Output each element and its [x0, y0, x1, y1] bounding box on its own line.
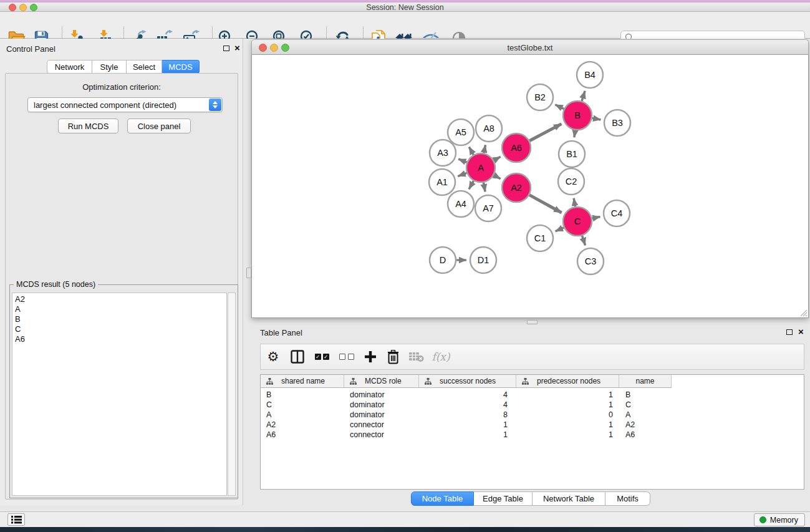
task-history-button[interactable] [7, 513, 25, 526]
show-columns-button[interactable] [286, 346, 309, 368]
float-table-panel-icon[interactable] [786, 329, 793, 335]
network-canvas[interactable]: AA1A3A4A5A7A8A6A2BB1B2B3B4CC1C2C3C4DD1 [251, 55, 809, 318]
tab-edge-table[interactable]: Edge Table [474, 491, 533, 506]
run-mcds-button[interactable]: Run MCDS [58, 118, 118, 133]
table-cell[interactable]: A6 [261, 430, 344, 439]
table-cell[interactable]: A2 [619, 420, 672, 429]
create-column-button[interactable] [359, 346, 382, 368]
table-cell[interactable]: 1 [516, 420, 619, 429]
fx-icon: f(x) [432, 351, 450, 363]
table-cell[interactable]: B [619, 390, 672, 399]
tab-network[interactable]: Network [47, 60, 92, 74]
unchecked-box-icon [348, 354, 354, 360]
result-item[interactable]: C [15, 324, 224, 334]
edge-B-B4[interactable] [582, 91, 585, 101]
table-row[interactable]: Cdominator41C [261, 400, 804, 410]
edge-A-A1[interactable] [458, 173, 466, 176]
edge-A2-C[interactable] [529, 195, 562, 213]
table-cell[interactable]: connector [344, 420, 419, 429]
deselect-all-button[interactable] [334, 346, 359, 368]
edge-A-A5[interactable] [469, 147, 473, 155]
table-row[interactable]: A6connector11A6 [261, 430, 804, 440]
gear-icon: ⚙ [268, 351, 279, 363]
table-cell[interactable]: 4 [419, 390, 516, 399]
column-header-shared-name[interactable]: shared name [261, 375, 344, 388]
header-filler [672, 375, 804, 388]
control-panel-title: Control Panel [6, 44, 55, 54]
resize-grip[interactable] [798, 307, 808, 317]
result-item[interactable]: A [15, 304, 224, 314]
table-row[interactable]: A2connector11A2 [261, 420, 804, 430]
table-cell[interactable]: A6 [619, 430, 672, 439]
edge-C-C2[interactable] [574, 198, 575, 207]
edge-A-A6[interactable] [494, 157, 501, 160]
edge-B-B3[interactable] [592, 118, 601, 120]
close-panel-icon[interactable]: × [234, 45, 240, 51]
result-item[interactable]: A2 [15, 294, 224, 304]
delete-table-button[interactable] [404, 346, 428, 368]
tab-mcds[interactable]: MCDS [162, 60, 200, 74]
edge-A-A8[interactable] [484, 145, 486, 153]
edge-A-A2[interactable] [494, 175, 501, 179]
edge-C-C4[interactable] [592, 216, 600, 218]
table-cell[interactable]: 1 [419, 430, 516, 439]
result-item[interactable]: A6 [15, 334, 224, 344]
edge-A-A4[interactable] [469, 181, 473, 189]
table-cell[interactable]: C [619, 400, 672, 409]
tab-motifs[interactable]: Motifs [605, 491, 650, 506]
table-row[interactable]: Bdominator41B [261, 390, 804, 400]
result-list-scrollbar[interactable] [228, 293, 236, 496]
table-cell[interactable]: 1 [516, 400, 619, 409]
edge-C-C3[interactable] [582, 236, 585, 246]
delete-column-button[interactable] [382, 346, 404, 368]
table-cell[interactable]: A [619, 410, 672, 419]
edge-A-A3[interactable] [458, 159, 467, 162]
node-label-A: A [478, 163, 484, 173]
edge-C-C1[interactable] [556, 228, 564, 231]
table-cell[interactable]: 1 [516, 390, 619, 399]
tab-network-table[interactable]: Network Table [533, 491, 605, 506]
network-window-titlebar[interactable]: testGlobe.txt [251, 39, 809, 55]
optimization-select[interactable]: largest connected component (directed) [27, 97, 223, 112]
column-header-MCDS-role[interactable]: MCDS role [344, 375, 419, 388]
table-cell[interactable]: dominator [344, 410, 419, 419]
table-cell[interactable]: 8 [419, 410, 516, 419]
table-cell[interactable]: 1 [419, 420, 516, 429]
node-label-C3: C3 [585, 256, 597, 266]
edge-B-B2[interactable] [555, 105, 564, 109]
table-cell[interactable]: 0 [516, 410, 619, 419]
splitpane-handle-horizontal[interactable] [527, 320, 538, 324]
edge-A6-B[interactable] [529, 124, 561, 141]
splitpane-handle-vertical[interactable] [246, 268, 251, 278]
float-panel-icon[interactable] [223, 46, 229, 51]
checked-box-icon: ✓ [315, 354, 321, 360]
table-cell[interactable]: B [261, 390, 344, 399]
tab-style[interactable]: Style [92, 60, 127, 74]
mcds-result-list[interactable]: A2ABCA6 [12, 293, 227, 496]
select-all-button[interactable]: ✓ ✓ [309, 346, 334, 368]
network-graph[interactable]: AA1A3A4A5A7A8A6A2BB1B2B3B4CC1C2C3C4DD1 [252, 55, 808, 317]
result-item[interactable]: B [15, 314, 224, 324]
column-header-predecessor-nodes[interactable]: predecessor nodes [516, 375, 619, 388]
table-cell[interactable]: C [261, 400, 344, 409]
node-label-C1: C1 [534, 233, 546, 243]
tab-node-table[interactable]: Node Table [411, 491, 474, 506]
edge-B-B1[interactable] [574, 130, 576, 138]
edge-A-A7[interactable] [483, 183, 485, 192]
table-row[interactable]: Adominator80A [261, 410, 804, 420]
tab-select[interactable]: Select [127, 60, 162, 74]
table-cell[interactable]: dominator [344, 390, 419, 399]
table-cell[interactable]: 1 [516, 430, 619, 439]
table-cell[interactable]: A2 [261, 420, 344, 429]
memory-button[interactable]: Memory [754, 513, 805, 526]
table-cell[interactable]: A [261, 410, 344, 419]
table-cell[interactable]: 4 [419, 400, 516, 409]
close-panel-button[interactable]: Close panel [127, 118, 191, 133]
table-settings-button[interactable]: ⚙ [261, 346, 286, 368]
column-header-successor-nodes[interactable]: successor nodes [419, 375, 516, 388]
function-builder-button[interactable]: f(x) [428, 346, 454, 368]
table-cell[interactable]: dominator [344, 400, 419, 409]
column-header-name[interactable]: name [619, 375, 672, 388]
close-table-panel-icon[interactable]: × [798, 329, 804, 335]
table-cell[interactable]: connector [344, 430, 419, 439]
